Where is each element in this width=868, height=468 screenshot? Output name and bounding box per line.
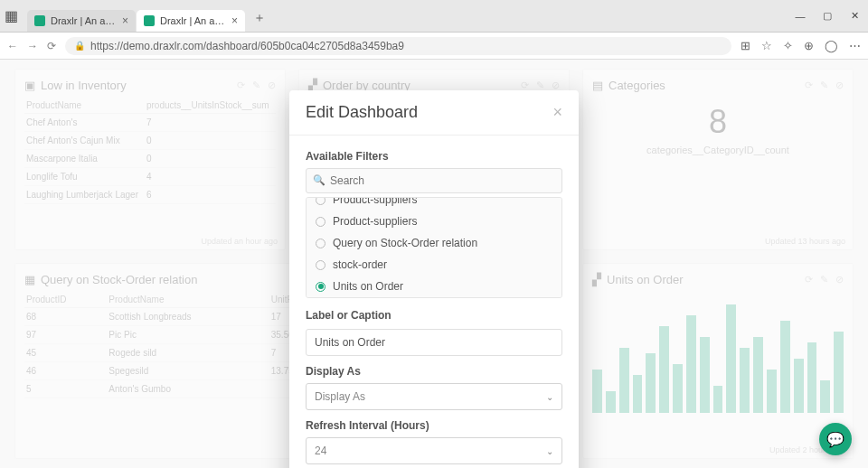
- lock-icon: 🔒: [74, 41, 85, 51]
- caption-input[interactable]: [306, 329, 562, 356]
- display-as-label: Display As: [306, 365, 562, 378]
- radio-icon: [316, 217, 326, 227]
- collections-icon[interactable]: ✧: [783, 39, 793, 52]
- favicon-icon: [34, 15, 45, 26]
- refresh-label: Refresh Interval (Hours): [306, 419, 562, 432]
- filter-item-label: Product-suppliers: [333, 197, 417, 206]
- close-window-icon[interactable]: ✕: [841, 0, 868, 32]
- minimize-icon[interactable]: —: [787, 0, 814, 32]
- favorite-icon[interactable]: ☆: [761, 39, 772, 52]
- app-icon[interactable]: ⊞: [741, 39, 750, 52]
- refresh-select[interactable]: 24 ⌄: [306, 437, 562, 464]
- more-icon[interactable]: ⋯: [849, 39, 861, 52]
- tab-title: Draxlr | An all in one platform t: [51, 15, 117, 26]
- browser-tab[interactable]: Draxlr | An all in one platform t ×: [27, 10, 136, 32]
- chevron-down-icon: ⌄: [546, 392, 553, 402]
- radio-icon: [316, 282, 326, 292]
- select-value: 24: [315, 445, 326, 457]
- filter-item[interactable]: stock-order: [307, 254, 561, 276]
- tab-title: Draxlr | An all in one platform t: [160, 15, 226, 26]
- filter-item[interactable]: Units on Order: [307, 276, 561, 297]
- caption-label: Label or Caption: [306, 309, 562, 322]
- forward-icon[interactable]: →: [27, 40, 38, 52]
- browser-tab-bar: ▦ Draxlr | An all in one platform t × Dr…: [0, 0, 868, 33]
- url-field[interactable]: 🔒 https://demo.draxlr.com/dashboard/605b…: [65, 37, 731, 55]
- app-menu-icon[interactable]: ▦: [0, 0, 22, 32]
- close-icon[interactable]: ×: [122, 14, 128, 27]
- chevron-down-icon: ⌄: [546, 446, 553, 456]
- filters-label: Available Filters: [306, 150, 562, 163]
- modal-title: Edit Dashboard: [306, 103, 418, 122]
- display-as-select[interactable]: Display As ⌄: [306, 383, 562, 410]
- profile-icon[interactable]: ◯: [825, 39, 838, 52]
- chat-fab[interactable]: 💬: [819, 423, 852, 455]
- extensions-icon[interactable]: ⊕: [804, 39, 814, 52]
- radio-icon: [316, 239, 326, 248]
- maximize-icon[interactable]: ▢: [814, 0, 841, 32]
- back-icon[interactable]: ←: [7, 40, 18, 52]
- edit-dashboard-modal: Edit Dashboard × Available Filters 🔍 Pro…: [289, 90, 579, 468]
- filter-item-label: Units on Order: [333, 280, 403, 293]
- new-tab-button[interactable]: ＋: [246, 5, 273, 32]
- url-text: https://demo.draxlr.com/dashboard/605b0c…: [90, 40, 404, 52]
- address-bar: ← → ⟳ 🔒 https://demo.draxlr.com/dashboar…: [0, 33, 868, 60]
- filter-item-label: Product-suppliers: [333, 215, 417, 228]
- search-icon: 🔍: [313, 174, 326, 186]
- filter-item[interactable]: Product-suppliers: [307, 211, 561, 232]
- close-icon[interactable]: ×: [552, 103, 562, 122]
- browser-tab[interactable]: Draxlr | An all in one platform t ×: [137, 10, 245, 32]
- radio-icon: [316, 197, 326, 205]
- filter-item-label: stock-order: [333, 258, 387, 271]
- reload-icon[interactable]: ⟳: [47, 40, 56, 52]
- filter-item[interactable]: Query on Stock-Order relation: [307, 232, 561, 254]
- filter-search-input[interactable]: [306, 168, 562, 193]
- favicon-icon: [144, 15, 155, 26]
- radio-icon: [316, 260, 326, 270]
- filter-list[interactable]: Product-suppliersProduct-suppliersQuery …: [306, 197, 562, 298]
- filter-item[interactable]: Product-suppliers: [307, 197, 561, 211]
- close-icon[interactable]: ×: [231, 14, 238, 27]
- filter-item-label: Query on Stock-Order relation: [333, 237, 477, 249]
- select-value: Display As: [315, 390, 365, 403]
